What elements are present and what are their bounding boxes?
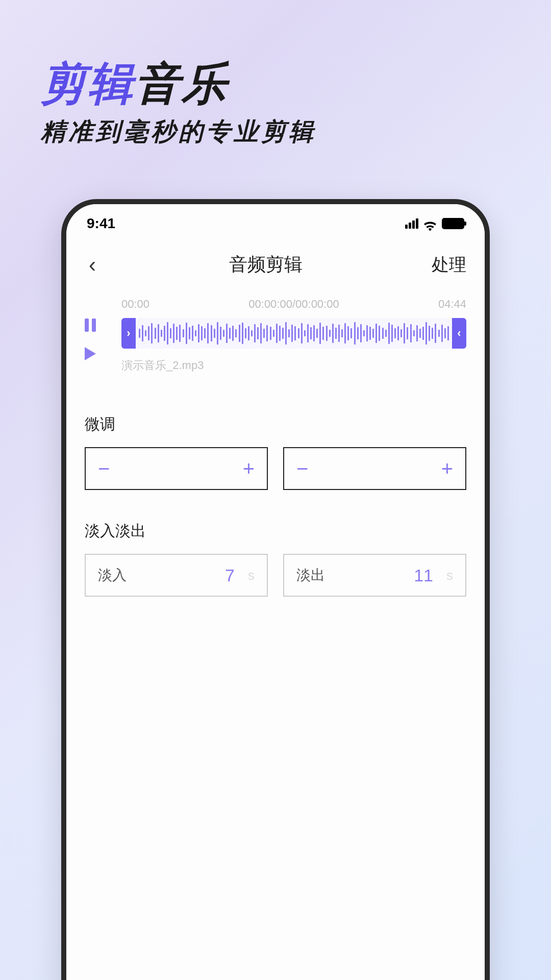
finetune-start-plus[interactable]: +	[243, 458, 255, 479]
wifi-icon	[423, 218, 437, 229]
promo-heading: 剪辑音乐 精准到毫秒的专业剪辑	[41, 61, 316, 148]
finetune-start-box: − +	[85, 447, 268, 490]
back-button[interactable]: ‹	[85, 253, 100, 277]
process-button[interactable]: 处理	[432, 253, 466, 277]
waveform-row: › ‹	[121, 318, 466, 349]
trim-handle-right[interactable]: ‹	[452, 318, 466, 349]
fade-in-unit: s	[248, 568, 255, 583]
pause-button[interactable]	[85, 318, 96, 332]
status-bar: 9:41	[66, 204, 485, 237]
fade-out-value: 11	[414, 566, 433, 585]
fade-in-label: 淡入	[98, 566, 127, 585]
fade-controls: 淡入 7 s 淡出 11 s	[66, 554, 485, 597]
promo-title-dark: 音乐	[135, 58, 229, 109]
finetune-label: 微调	[66, 414, 485, 435]
time-end: 04:44	[438, 298, 466, 311]
time-start: 00:00	[121, 298, 149, 311]
finetune-controls: − + − +	[66, 447, 485, 490]
promo-title: 剪辑音乐	[41, 61, 316, 106]
audio-filename: 演示音乐_2.mp3	[121, 358, 466, 373]
time-position: 00:00:00/00:00:00	[248, 298, 339, 311]
fade-label: 淡入淡出	[66, 521, 485, 542]
trim-handle-left[interactable]: ›	[121, 318, 136, 349]
page-title: 音频剪辑	[229, 252, 303, 277]
status-indicators	[405, 218, 464, 229]
phone-screen: 9:41 ‹ 音频剪辑 处理 00:00 00:00:00/00:00:00 0…	[66, 204, 485, 980]
waveform-display[interactable]	[136, 318, 452, 349]
finetune-end-minus[interactable]: −	[296, 458, 308, 479]
playback-controls	[85, 318, 96, 360]
status-time: 9:41	[87, 215, 115, 232]
time-markers: 00:00 00:00:00/00:00:00 04:44	[121, 298, 466, 311]
finetune-end-plus[interactable]: +	[441, 458, 453, 479]
app-header: ‹ 音频剪辑 处理	[66, 237, 485, 287]
promo-subtitle: 精准到毫秒的专业剪辑	[41, 115, 316, 148]
finetune-end-box: − +	[283, 447, 466, 490]
finetune-start-minus[interactable]: −	[98, 458, 110, 479]
phone-frame: 9:41 ‹ 音频剪辑 处理 00:00 00:00:00/00:00:00 0…	[61, 199, 490, 980]
fade-out-box[interactable]: 淡出 11 s	[283, 554, 466, 597]
fade-in-box[interactable]: 淡入 7 s	[85, 554, 268, 597]
promo-title-accent: 剪辑	[41, 58, 135, 109]
fade-out-label: 淡出	[296, 566, 325, 585]
fade-out-unit: s	[446, 568, 453, 583]
play-button[interactable]	[85, 347, 96, 360]
fade-in-value: 7	[225, 566, 235, 585]
battery-icon	[442, 218, 464, 229]
waveform-editor: 00:00 00:00:00/00:00:00 04:44 › ‹ 演示音乐_2…	[66, 287, 485, 383]
signal-icon	[405, 218, 418, 229]
